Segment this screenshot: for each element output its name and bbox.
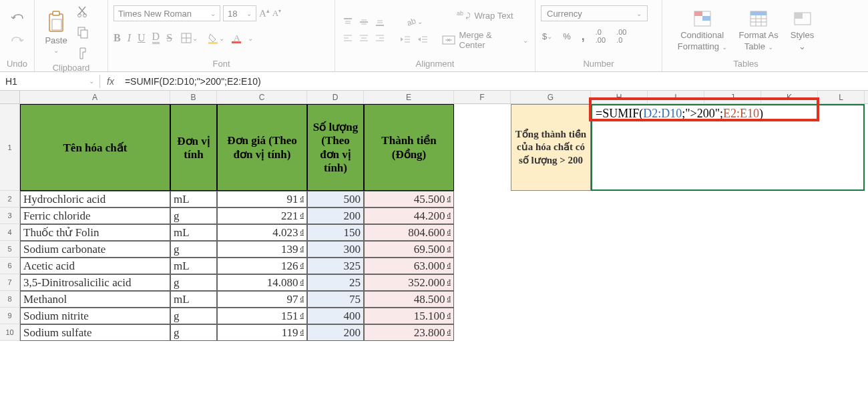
format-as-table-button[interactable]: Format As Table ⌄: [735, 7, 783, 53]
row-2[interactable]: 2: [0, 191, 20, 208]
font-color-button[interactable]: A⌄: [232, 31, 254, 45]
col-A[interactable]: A: [20, 91, 170, 103]
cell-E2[interactable]: 45.500đ: [364, 191, 454, 208]
redo-button[interactable]: [8, 33, 27, 49]
cell-E3[interactable]: 44.200đ: [364, 208, 454, 224]
number-format-select[interactable]: Currency⌄: [541, 5, 648, 21]
cell-D5[interactable]: 300: [307, 241, 364, 258]
cell-A7[interactable]: 3,5-Dinitrosalicilic acid: [20, 274, 170, 291]
cell-C9[interactable]: 151đ: [217, 308, 307, 324]
shrink-font-button[interactable]: A▾: [272, 8, 281, 19]
cell-E5[interactable]: 69.500đ: [364, 241, 454, 258]
cell-E6[interactable]: 63.000đ: [364, 258, 454, 274]
italic-button[interactable]: I: [128, 32, 131, 44]
col-D[interactable]: D: [307, 91, 364, 103]
cell-E7[interactable]: 352.000đ: [364, 274, 454, 291]
row-1[interactable]: 1: [0, 104, 20, 191]
cell-A4[interactable]: Thuốc thử Folin: [20, 224, 170, 241]
cell-A6[interactable]: Acetic acid: [20, 258, 170, 274]
cell-D10[interactable]: 200: [307, 324, 364, 341]
cell-C6[interactable]: 126đ: [217, 258, 307, 274]
cell-A9[interactable]: Sodium nitrite: [20, 308, 170, 324]
cell-C8[interactable]: 97đ: [217, 291, 307, 308]
row-5[interactable]: 5: [0, 241, 20, 258]
comma-button[interactable]: ,: [580, 28, 586, 45]
summary-label[interactable]: Tổng thành tiền của hóa chất có số lượng…: [511, 104, 591, 191]
cell-D2[interactable]: 500: [307, 191, 364, 208]
cell-D8[interactable]: 75: [307, 291, 364, 308]
cell-C5[interactable]: 139đ: [217, 241, 307, 258]
cell-C2[interactable]: 91đ: [217, 191, 307, 208]
cell-D3[interactable]: 200: [307, 208, 364, 224]
row-10[interactable]: 10: [0, 324, 20, 341]
font-size-select[interactable]: 18⌄: [223, 5, 256, 21]
header-thanhtien[interactable]: Thành tiền (Đồng): [364, 104, 454, 191]
col-I[interactable]: I: [648, 91, 704, 103]
cell-B6[interactable]: mL: [170, 258, 217, 274]
cell-A2[interactable]: Hydrochloric acid: [20, 191, 170, 208]
align-center[interactable]: [357, 31, 371, 45]
cell-C10[interactable]: 119đ: [217, 324, 307, 341]
formula-input[interactable]: =SUMIF(D2:D10;">200";E2:E10): [121, 75, 868, 88]
cells-area[interactable]: Tên hóa chất Đơn vị tính Đơn giá (Theo đ…: [20, 104, 868, 341]
align-middle[interactable]: [357, 15, 371, 29]
increase-decimal-button[interactable]: .0.00: [594, 27, 607, 45]
header-soluong[interactable]: Số lượng (Theo đơn vị tính): [307, 104, 364, 191]
row-8[interactable]: 8: [0, 291, 20, 308]
cell-B7[interactable]: g: [170, 274, 217, 291]
name-box[interactable]: H1 ⌄: [0, 75, 100, 88]
col-C[interactable]: C: [217, 91, 307, 103]
row-7[interactable]: 7: [0, 274, 20, 291]
align-right[interactable]: [373, 31, 387, 45]
paste-button[interactable]: Paste ⌄: [40, 9, 72, 55]
copy-button[interactable]: [75, 24, 91, 40]
orientation-button[interactable]: ab⌄: [398, 14, 430, 29]
cell-B8[interactable]: mL: [170, 291, 217, 308]
decrease-indent-button[interactable]: [398, 33, 413, 46]
wrap-text-button[interactable]: ab Wrap Text: [441, 9, 529, 22]
header-donvi[interactable]: Đơn vị tính: [170, 104, 217, 191]
align-left[interactable]: [341, 31, 355, 45]
row-6[interactable]: 6: [0, 258, 20, 274]
cell-C3[interactable]: 221đ: [217, 208, 307, 224]
cell-E4[interactable]: 804.600đ: [364, 224, 454, 241]
cell-C4[interactable]: 4.023đ: [217, 224, 307, 241]
fx-button[interactable]: fx: [100, 76, 121, 87]
cell-D6[interactable]: 325: [307, 258, 364, 274]
cell-B3[interactable]: g: [170, 208, 217, 224]
cell-D7[interactable]: 25: [307, 274, 364, 291]
cell-A8[interactable]: Methanol: [20, 291, 170, 308]
fill-color-button[interactable]: ⌄: [206, 31, 226, 45]
row-9[interactable]: 9: [0, 308, 20, 324]
col-B[interactable]: B: [170, 91, 217, 103]
cell-B10[interactable]: g: [170, 324, 217, 341]
cell-D9[interactable]: 400: [307, 308, 364, 324]
row-3[interactable]: 3: [0, 208, 20, 224]
strikethrough-button[interactable]: S: [166, 32, 172, 44]
format-painter-button[interactable]: [75, 45, 91, 61]
currency-button[interactable]: $ ⌄: [541, 30, 554, 43]
bold-button[interactable]: B: [114, 32, 121, 44]
percent-button[interactable]: %: [562, 30, 572, 43]
cut-button[interactable]: [75, 3, 91, 19]
col-E[interactable]: E: [364, 91, 454, 103]
merge-center-button[interactable]: Merge & Center⌄: [441, 29, 529, 51]
decrease-decimal-button[interactable]: .00.0: [615, 27, 628, 45]
cell-B4[interactable]: mL: [170, 224, 217, 241]
double-underline-button[interactable]: D: [152, 32, 160, 43]
underline-button[interactable]: U: [138, 32, 146, 44]
col-J[interactable]: J: [704, 91, 761, 103]
header-dongia[interactable]: Đơn giá (Theo đơn vị tính): [217, 104, 307, 191]
increase-indent-button[interactable]: [415, 33, 430, 46]
header-ten[interactable]: Tên hóa chất: [20, 104, 170, 191]
cell-E8[interactable]: 48.500đ: [364, 291, 454, 308]
font-name-select[interactable]: Times New Roman⌄: [114, 5, 220, 21]
borders-button[interactable]: ⌄: [179, 31, 199, 45]
col-L[interactable]: L: [818, 91, 865, 103]
select-all-corner[interactable]: [0, 91, 20, 103]
cell-A3[interactable]: Ferric chloride: [20, 208, 170, 224]
styles-button[interactable]: Styles ⌄: [787, 7, 818, 53]
grow-font-button[interactable]: A▴: [259, 7, 270, 19]
undo-button[interactable]: [8, 11, 27, 27]
align-bottom[interactable]: [373, 15, 387, 29]
